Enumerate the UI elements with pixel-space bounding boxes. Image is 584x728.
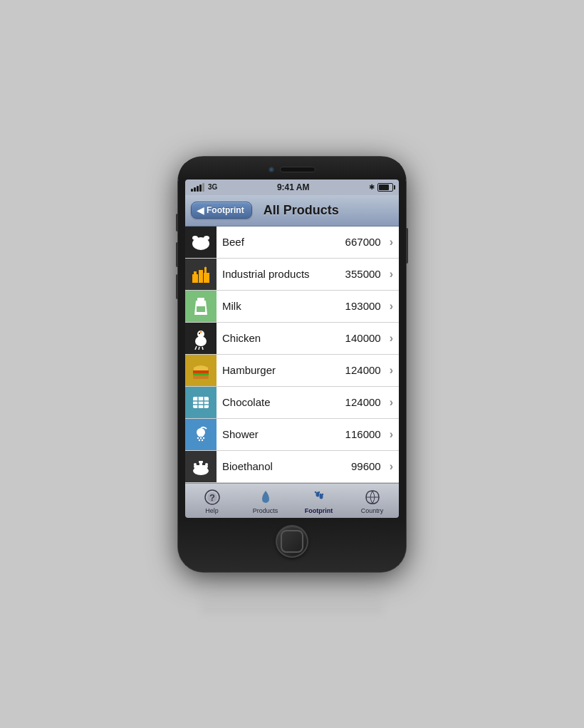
svg-point-46 [314, 491, 316, 492]
list-item[interactable]: Beef 667000 › [185, 227, 399, 259]
chevron-icon: › [384, 428, 399, 441]
back-arrow-icon: ◀ [197, 205, 204, 215]
volume-up-button[interactable] [176, 242, 178, 267]
svg-point-13 [195, 336, 207, 346]
svg-point-38 [205, 463, 208, 466]
chevron-icon: › [384, 268, 399, 281]
signal-bar-5 [202, 183, 204, 192]
svg-rect-40 [199, 461, 203, 463]
screen: 3G 9:41 AM ✱ ◀ Footprint All Products [185, 180, 399, 518]
phone-device: 3G 9:41 AM ✱ ◀ Footprint All Products [178, 157, 406, 572]
item-name: Chocolate [217, 396, 345, 408]
list-item[interactable]: Chicken 140000 › [185, 323, 399, 355]
item-value: 667000 [345, 236, 384, 248]
tab-products[interactable]: Products [239, 487, 292, 516]
svg-point-47 [318, 491, 319, 492]
item-value: 193000 [345, 300, 384, 312]
chocolate-icon [185, 387, 217, 418]
svg-rect-5 [192, 274, 198, 283]
status-left: 3G [191, 183, 217, 192]
volume-down-button[interactable] [176, 274, 178, 299]
chicken-icon [185, 323, 217, 354]
nav-title: All Products [252, 203, 350, 218]
list-item[interactable]: Bioethanol 99600 › [185, 451, 399, 483]
svg-rect-12 [197, 306, 205, 312]
milk-icon [185, 291, 217, 322]
status-bar: 3G 9:41 AM ✱ [185, 180, 399, 195]
item-name: Industrial products [217, 268, 345, 280]
svg-point-49 [321, 493, 323, 494]
svg-rect-3 [194, 236, 197, 240]
svg-point-26 [199, 435, 200, 436]
tab-country-label: Country [361, 507, 384, 514]
home-button[interactable] [276, 525, 308, 558]
svg-rect-4 [205, 236, 207, 240]
item-value: 140000 [345, 332, 384, 344]
tab-country[interactable]: Country [345, 487, 399, 516]
item-name: Bioethanol [217, 460, 351, 472]
svg-point-31 [199, 439, 200, 440]
back-button[interactable]: ◀ Footprint [191, 202, 252, 219]
list-item[interactable]: Milk 193000 › [185, 291, 399, 323]
svg-point-25 [197, 428, 205, 437]
chevron-icon: › [384, 300, 399, 313]
industrial-icon [185, 259, 217, 290]
tab-footprint[interactable]: Footprint [292, 487, 345, 516]
earpiece-speaker [280, 167, 316, 172]
signal-bar-4 [199, 184, 202, 192]
power-button[interactable] [406, 228, 408, 264]
list-item[interactable]: Hamburger 124000 › [185, 355, 399, 387]
home-button-inner [281, 530, 303, 553]
item-value: 116000 [345, 428, 384, 440]
svg-point-27 [202, 435, 203, 436]
tab-help-label: Help [205, 507, 219, 514]
signal-bar-1 [191, 189, 193, 192]
tab-footprint-label: Footprint [305, 507, 333, 514]
svg-rect-7 [204, 273, 209, 283]
svg-rect-11 [197, 298, 204, 301]
shower-icon [185, 419, 217, 450]
status-right: ✱ [369, 183, 393, 192]
phone-bottom-hardware [178, 518, 406, 572]
list-item[interactable]: Industrial products 355000 › [185, 259, 399, 291]
chevron-icon: › [384, 236, 399, 249]
item-name: Milk [217, 300, 345, 312]
hamburger-icon [185, 355, 217, 386]
phone-top-hardware [178, 157, 406, 180]
front-camera [268, 167, 274, 172]
battery-fill [379, 184, 389, 190]
bluetooth-icon: ✱ [369, 183, 375, 191]
mute-button[interactable] [176, 214, 178, 232]
svg-point-29 [200, 437, 202, 438]
svg-point-48 [319, 493, 320, 494]
item-value: 124000 [345, 396, 384, 408]
item-name: Shower [217, 428, 345, 440]
svg-rect-19 [193, 375, 209, 379]
item-value: 355000 [345, 268, 384, 280]
svg-point-16 [199, 333, 200, 334]
signal-bars [191, 183, 204, 192]
svg-point-28 [197, 437, 199, 438]
signal-bar-3 [197, 186, 199, 192]
back-label: Footprint [207, 205, 244, 215]
item-name: Chicken [217, 332, 345, 344]
item-value: 99600 [351, 460, 384, 472]
phone-reflection [201, 572, 383, 615]
help-icon: ? [204, 489, 221, 506]
svg-point-30 [203, 437, 204, 438]
chevron-icon: › [384, 460, 399, 473]
tab-bar: ? Help Products [185, 483, 399, 518]
product-list: Beef 667000 › [185, 227, 399, 483]
svg-text:?: ? [209, 492, 215, 503]
tab-help[interactable]: ? Help [185, 487, 239, 516]
list-item[interactable]: Shower 116000 › [185, 419, 399, 451]
item-value: 124000 [345, 364, 384, 376]
svg-rect-9 [204, 267, 207, 273]
svg-point-37 [194, 463, 197, 466]
network-type: 3G [208, 183, 217, 191]
svg-rect-10 [205, 266, 206, 267]
products-drop-icon [257, 489, 274, 506]
chevron-icon: › [384, 332, 399, 345]
svg-rect-18 [193, 373, 209, 375]
list-item[interactable]: Chocolate 124000 › [185, 387, 399, 419]
